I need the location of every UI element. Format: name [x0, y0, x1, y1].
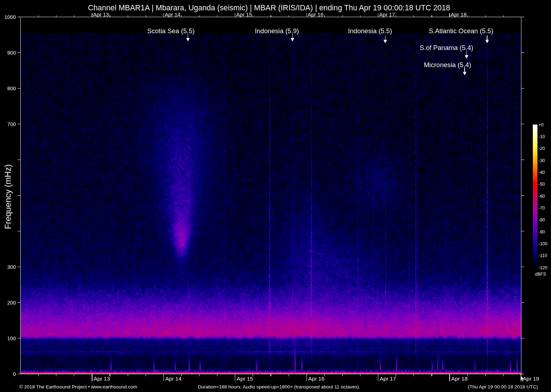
svg-text:-50: -50 [539, 182, 545, 187]
svg-text:Apr 19: Apr 19 [523, 376, 539, 382]
svg-text:-60: -60 [539, 194, 545, 199]
svg-text:Apr 18: Apr 18 [451, 376, 468, 382]
svg-text:700: 700 [7, 121, 16, 127]
svg-text:-40: -40 [539, 170, 545, 175]
svg-text:-20: -20 [539, 146, 545, 151]
svg-text:Apr 16: Apr 16 [308, 376, 325, 382]
svg-text:-10: -10 [539, 134, 545, 139]
svg-text:-30: -30 [539, 158, 545, 163]
svg-text:-120: -120 [539, 265, 547, 270]
svg-text:+0: +0 [539, 122, 544, 127]
svg-text:-110: -110 [539, 253, 547, 258]
svg-text:Apr 16: Apr 16 [308, 11, 323, 17]
svg-text:Apr 15: Apr 15 [236, 11, 252, 17]
svg-text:200: 200 [7, 300, 16, 306]
svg-text:Apr 15: Apr 15 [237, 376, 253, 382]
svg-text:900: 900 [7, 50, 16, 56]
svg-text:-100: -100 [539, 241, 547, 246]
svg-text:Apr 14: Apr 14 [165, 376, 182, 382]
svg-text:100: 100 [7, 336, 16, 341]
svg-text:Apr 13: Apr 13 [93, 11, 109, 17]
svg-text:-90: -90 [539, 230, 545, 235]
svg-text:Apr 13: Apr 13 [93, 376, 110, 382]
svg-text:1000: 1000 [4, 14, 16, 20]
svg-text:800: 800 [7, 86, 16, 91]
svg-text:Apr 17: Apr 17 [379, 11, 395, 17]
svg-text:Apr 17: Apr 17 [380, 376, 396, 382]
svg-text:dBFS: dBFS [535, 272, 546, 277]
svg-text:-80: -80 [539, 217, 545, 222]
svg-text:Apr 18: Apr 18 [451, 11, 466, 17]
svg-text:300: 300 [7, 264, 16, 270]
svg-text:0: 0 [13, 371, 16, 377]
svg-text:-70: -70 [539, 206, 545, 211]
svg-text:Apr 14: Apr 14 [165, 11, 180, 17]
